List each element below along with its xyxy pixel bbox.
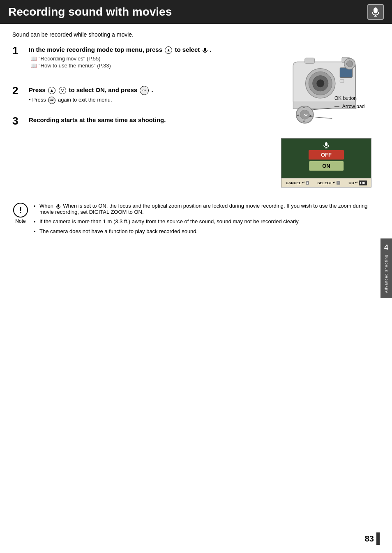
ok-btn-inline: OK	[140, 86, 149, 95]
chapter-text: Advanced shooting	[384, 255, 388, 293]
page-number-bar	[376, 532, 380, 545]
bullet-dot: •	[29, 97, 31, 103]
menu-bottom-bar: CANCEL ↵ 1 SELECT ↵ ≡ GO ↵ OK	[281, 178, 371, 187]
note-exclaim-icon: !	[13, 203, 28, 217]
step-1-content: In the movie recording mode top menu, pr…	[29, 46, 273, 69]
main-content: Sound can be recorded while shooting a m…	[0, 31, 392, 238]
svg-rect-0	[374, 8, 378, 14]
page-number: 83	[365, 534, 374, 544]
menu-on-label: ON	[322, 163, 330, 169]
steps-right: OK ▲ ▼ ◄ ► OK button — Arrow pad	[281, 46, 380, 187]
arrow-pad-text: Arrow pad	[342, 104, 365, 109]
note-bullet-1: • When When is set to ON, the focus and …	[34, 203, 380, 215]
note-bullets: • When When is set to ON, the focus and …	[34, 203, 380, 238]
step-3-content: Recording starts at the same time as sho…	[29, 116, 273, 125]
step-2-row: 2 Press ▲ ▽ to select ON, and press OK .…	[12, 86, 273, 104]
step-2-sub: Press OK again to exit the menu.	[32, 97, 112, 104]
note-label: Note	[15, 218, 25, 224]
microphone-icon	[371, 7, 380, 17]
mic-icon-box	[367, 4, 384, 20]
svg-text:▼: ▼	[302, 120, 306, 123]
note-bullet-2: • If the camera is more than 1 m (3.3 ft…	[34, 218, 380, 225]
cancel-arrow: CANCEL	[286, 181, 301, 185]
arrow-dash: —	[334, 104, 339, 109]
select-arrow: SELECT	[318, 181, 332, 185]
mic-inline-icon	[202, 47, 208, 53]
menu-off-button: OFF	[309, 150, 344, 160]
menu-screen-inner: OFF ON CANCEL ↵ 1 SELECT	[281, 139, 371, 187]
page-title: Recording sound with movies	[8, 5, 172, 19]
svg-rect-28	[325, 142, 327, 146]
chapter-number: 4	[384, 243, 388, 252]
menu-go-item: GO ↵ OK	[348, 180, 367, 185]
cancel-icon: 1	[306, 181, 309, 185]
svg-text:◄: ◄	[296, 113, 300, 117]
note-bullet-1-text: When When is set to ON, the focus and th…	[39, 203, 380, 215]
bullet-dot-3: •	[34, 229, 37, 235]
bullet-dot-1: •	[34, 203, 37, 209]
svg-text:OK: OK	[304, 114, 308, 117]
select-icon: ≡	[337, 181, 340, 185]
ref-icon-1: 📖	[30, 56, 37, 62]
step-3-title: Recording starts at the same time as sho…	[29, 116, 273, 123]
step-1-number: 1	[12, 44, 29, 57]
step-2-bullet: • Press OK again to exit the menu.	[29, 97, 273, 104]
note-bullet-3: • The camera does not have a function to…	[34, 228, 380, 235]
steps-left: 1 In the movie recording mode top menu, …	[12, 46, 273, 187]
camera-diagram: OK ▲ ▼ ◄ ► OK button — Arrow pad	[281, 50, 371, 132]
step-3-number: 3	[12, 115, 29, 127]
up-arrow-icon-2: ▲	[48, 87, 55, 94]
menu-cancel-item: CANCEL ↵ 1	[286, 181, 309, 185]
svg-rect-3	[204, 48, 206, 51]
menu-ok-box: OK	[359, 180, 367, 185]
note-bullet-2-text: If the camera is more than 1 m (3.3 ft.)…	[39, 218, 300, 224]
note-bullet-1-content: When is set to ON, the focus and the opt…	[39, 203, 368, 215]
step-3-row: 3 Recording starts at the same time as s…	[12, 116, 273, 127]
note-icon-container: ! Note	[12, 203, 29, 224]
arrow-pad-label: — Arrow pad	[334, 104, 364, 109]
ref-text-1: "Recording movies" (P.55)	[39, 56, 101, 62]
step-1-row: 1 In the movie recording mode top menu, …	[12, 46, 273, 69]
page-number-container: 83	[365, 532, 380, 545]
svg-point-10	[316, 79, 324, 87]
chapter-tab: 4 Advanced shooting	[380, 238, 392, 298]
up-arrow-icon: ▲	[165, 46, 172, 54]
steps-with-images: 1 In the movie recording mode top menu, …	[12, 46, 380, 187]
menu-screen: OFF ON CANCEL ↵ 1 SELECT	[281, 138, 371, 187]
menu-select-item: SELECT ↵ ≡	[318, 181, 340, 185]
svg-rect-13	[305, 58, 315, 63]
ok-btn-inline-2: OK	[48, 97, 55, 104]
step-2-number: 2	[12, 84, 29, 97]
intro-text: Sound can be recorded while shooting a m…	[12, 31, 380, 38]
ref-text-2: "How to use the menus" (P.33)	[39, 62, 111, 69]
note-section: ! Note • When When is set to ON, the foc…	[12, 203, 380, 238]
bullet-dot-2: •	[34, 219, 37, 225]
svg-rect-31	[57, 204, 59, 207]
camera-svg: OK ▲ ▼ ◄ ►	[281, 50, 371, 128]
page-header: Recording sound with movies	[0, 0, 392, 24]
go-arrow: GO	[348, 181, 354, 185]
divider	[12, 196, 380, 196]
menu-on-button: ON	[309, 161, 344, 171]
step-1-title: In the movie recording mode top menu, pr…	[29, 46, 273, 54]
step-2-title: Press ▲ ▽ to select ON, and press OK .	[29, 86, 273, 95]
step-2-content: Press ▲ ▽ to select ON, and press OK . •…	[29, 86, 273, 104]
down-arrow-icon: ▽	[59, 87, 66, 94]
note-bullet-3-text: The camera does not have a function to p…	[39, 228, 198, 234]
menu-mic-icon	[323, 142, 330, 150]
svg-rect-12	[340, 79, 344, 83]
ok-button-label: OK button	[334, 95, 357, 101]
ref-icon-2: 📖	[30, 62, 37, 69]
step-1-refs: 📖 "Recording movies" (P.55) 📖 "How to us…	[30, 56, 273, 69]
svg-point-16	[346, 61, 353, 67]
svg-text:▲: ▲	[302, 105, 306, 109]
